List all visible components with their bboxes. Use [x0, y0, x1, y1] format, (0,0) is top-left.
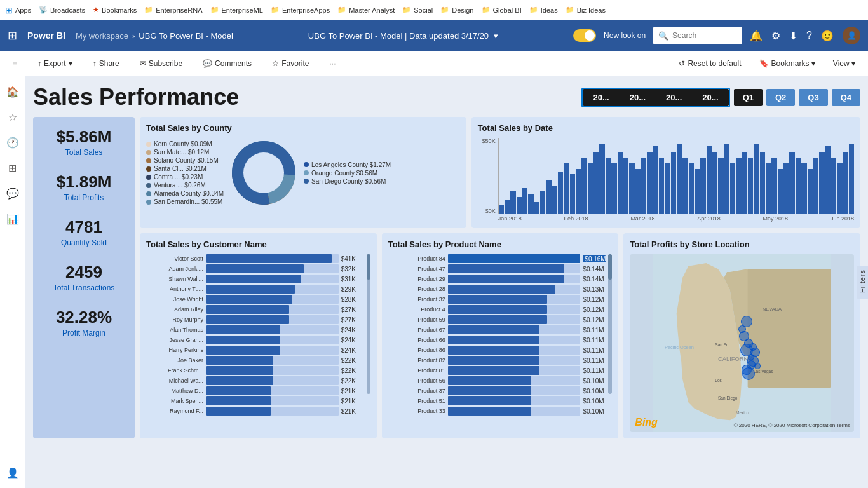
product-name: Product 56 — [388, 377, 445, 384]
q4-filter[interactable]: Q4 — [832, 89, 860, 106]
search-icon: 🔍 — [658, 31, 668, 41]
reset-icon: ↺ — [679, 59, 685, 68]
folder-icon-6: 📁 — [440, 6, 449, 14]
q2-filter[interactable]: Q2 — [766, 89, 795, 106]
sidebar-favorites[interactable]: ☆ — [3, 107, 23, 127]
nav-masteranalyst[interactable]: 📁 Master Analyst — [337, 6, 395, 14]
q3-filter[interactable]: Q3 — [799, 89, 827, 106]
grid-menu-icon[interactable]: ⊞ — [8, 29, 17, 43]
reset-button[interactable]: ↺ Reset to default — [674, 57, 746, 71]
nav-enterprisedna[interactable]: 📁 EnterpriseRNA — [144, 6, 202, 14]
menu-toggle-button[interactable]: ≡ — [8, 57, 22, 71]
dropdown-icon[interactable]: ▾ — [494, 31, 498, 41]
customer-bar-track — [206, 285, 339, 294]
product-bar-track — [448, 325, 581, 334]
nav-bookmarks[interactable]: ★ Bookmarks — [93, 6, 137, 14]
product-bar-track — [448, 254, 581, 263]
legend-alameda: Alameda County $0.34M — [146, 190, 224, 197]
help-icon[interactable]: ? — [806, 30, 812, 41]
emoji-icon[interactable]: 🙂 — [821, 30, 834, 42]
customer-bar-fill — [206, 386, 271, 395]
nav-design[interactable]: 📁 Design — [440, 6, 473, 14]
ts-bar — [813, 158, 818, 214]
year-filter-2[interactable]: 20... — [620, 89, 656, 106]
workspace-label[interactable]: My workspace — [76, 31, 128, 41]
export-button[interactable]: ↑ Export ▾ — [32, 57, 78, 71]
year-filter-4[interactable]: 20... — [692, 89, 728, 106]
ts-bar — [736, 158, 741, 214]
product-bar-track — [448, 356, 581, 365]
sidebar-recent[interactable]: 🕐 — [3, 132, 23, 152]
comments-button[interactable]: 💬 Comments — [198, 57, 257, 71]
sidebar-shared[interactable]: 💬 — [3, 183, 23, 203]
product-scrollbar[interactable] — [608, 254, 612, 394]
new-look-toggle[interactable] — [573, 29, 596, 42]
ts-bar — [606, 158, 611, 214]
search-box[interactable]: 🔍 — [653, 27, 742, 44]
x-jun: Jun 2018 — [831, 215, 854, 222]
customer-bar-fill — [206, 346, 280, 355]
svg-text:Pacific Ocean: Pacific Ocean — [665, 344, 694, 350]
total-sales-label: Total Sales — [41, 148, 127, 157]
settings-icon[interactable]: ⚙ — [771, 30, 780, 42]
year-filter-1[interactable]: 20... — [583, 89, 619, 106]
sidebar-workspaces[interactable]: 📊 — [3, 208, 23, 229]
nav-globalbi[interactable]: 📁 Global BI — [482, 6, 522, 14]
apps-icon: ⊞ — [5, 5, 13, 15]
sidebar-profile[interactable]: 👤 — [3, 463, 23, 483]
customer-scrollbar-thumb[interactable] — [367, 254, 370, 280]
customer-name: Shawn Wall... — [146, 276, 203, 282]
filters-tab[interactable]: Filters — [857, 266, 868, 299]
notifications-icon[interactable]: 🔔 — [750, 30, 763, 42]
product-bar-track — [448, 376, 581, 385]
product-bar-track — [448, 407, 581, 416]
search-input[interactable] — [672, 31, 736, 40]
avatar[interactable]: 👤 — [843, 27, 860, 44]
comments-icon: 💬 — [203, 59, 212, 68]
nav-bizideas[interactable]: 📁 Biz Ideas — [566, 6, 606, 14]
nav-social[interactable]: 📁 Social — [402, 6, 433, 14]
customer-scrollbar[interactable] — [367, 254, 370, 394]
apps-label: Apps — [15, 6, 31, 14]
product-bar-fill — [448, 396, 531, 405]
customer-name: Adam Riley — [146, 306, 203, 313]
nav-enterpriseml[interactable]: 📁 EnterpriseML — [210, 6, 263, 14]
ts-bar — [730, 163, 735, 214]
enterpriseapps-label: EnterpriseApps — [282, 6, 330, 14]
header-center-info: UBG To Power BI - Model | Data updated 3… — [243, 31, 563, 41]
product-scrollbar-thumb[interactable] — [608, 254, 612, 280]
sidebar-apps[interactable]: ⊞ — [3, 158, 23, 178]
customer-bar-track — [206, 325, 339, 334]
sidebar-home[interactable]: 🏠 — [3, 81, 23, 102]
more-options-button[interactable]: ··· — [324, 57, 341, 71]
legend-kern-label: Kern County $0.09M — [154, 140, 212, 147]
customer-name: Michael Wa... — [146, 377, 203, 384]
ts-bar — [778, 169, 783, 214]
folder-icon-7: 📁 — [482, 6, 491, 14]
year-filter-3[interactable]: 20... — [656, 89, 692, 106]
nav-ideas[interactable]: 📁 Ideas — [529, 6, 558, 14]
nav-broadcasts[interactable]: 📡 Broadcasts — [39, 6, 85, 14]
customer-bar-value: $27K — [341, 306, 364, 313]
legend-solano: Solano County $0.15M — [146, 157, 224, 164]
product-bar-track — [448, 386, 581, 395]
nav-enterpriseapps[interactable]: 📁 EnterpriseApps — [271, 6, 330, 14]
donut-legend-right: Los Angeles County $1.27M Orange County … — [304, 161, 391, 185]
ts-bar — [528, 194, 533, 214]
list-item: Adam Riley $27K — [146, 305, 364, 314]
q1-filter[interactable]: Q1 — [734, 89, 763, 106]
legend-dot-solano — [146, 158, 151, 163]
download-icon[interactable]: ⬇ — [789, 30, 797, 42]
view-button[interactable]: View ▾ — [828, 57, 860, 71]
legend-dot-sanbern — [146, 200, 151, 205]
customer-bar-value: $41K — [341, 255, 364, 262]
bookmarks-button[interactable]: 🔖 Bookmarks ▾ — [754, 57, 820, 71]
ts-bar — [611, 163, 616, 214]
product-bar-value: $0.10M — [583, 388, 606, 395]
product-bar-track — [448, 336, 581, 344]
nav-apps[interactable]: ⊞ Apps — [5, 5, 31, 15]
share-button[interactable]: ↑ Share — [88, 57, 125, 71]
subscribe-button[interactable]: ✉ Subscribe — [135, 57, 187, 71]
favorite-button[interactable]: ☆ Favorite — [267, 57, 314, 71]
customer-name: Mark Spen... — [146, 398, 203, 404]
